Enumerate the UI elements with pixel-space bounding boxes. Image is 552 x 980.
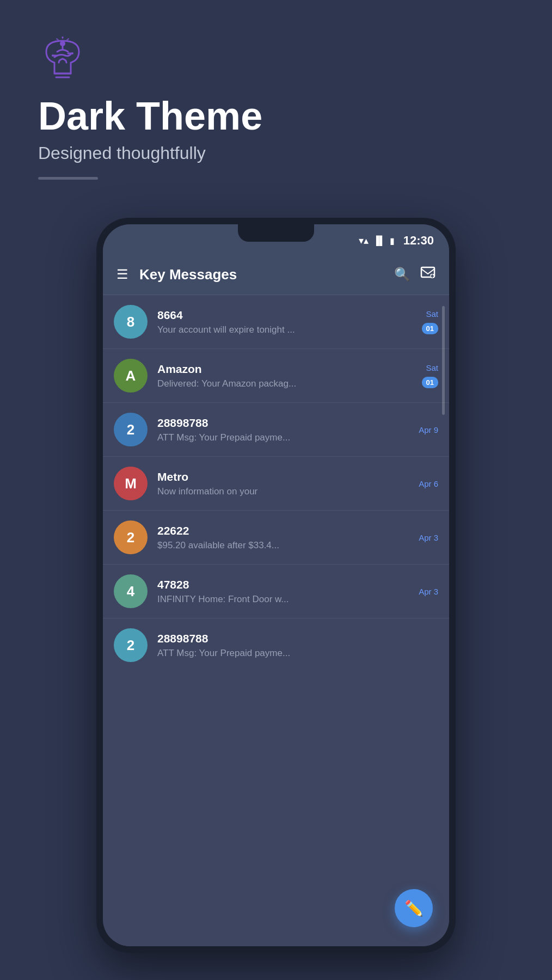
message-content: Amazon Delivered: Your Amazon packag...	[157, 363, 416, 389]
message-time: Sat	[426, 363, 438, 372]
message-time: Sat	[426, 309, 438, 318]
phone-notch	[238, 224, 314, 242]
message-sender: 28898788	[157, 632, 433, 645]
message-meta: Apr 3	[419, 587, 438, 596]
list-item[interactable]: 2 28898788 ATT Msg: Your Prepaid payme..…	[103, 403, 449, 457]
unread-badge: 01	[422, 323, 438, 334]
compose-icon[interactable]	[420, 266, 436, 283]
page-title: Dark Theme	[38, 95, 519, 138]
avatar: 8	[114, 305, 148, 339]
avatar: A	[114, 359, 148, 393]
svg-point-4	[52, 54, 54, 57]
battery-icon: ▮	[390, 236, 395, 246]
message-meta: Apr 3	[419, 533, 438, 542]
message-time: Apr 3	[419, 533, 438, 542]
avatar: 2	[114, 413, 148, 446]
message-content: 47828 INFINITY Home: Front Door w...	[157, 578, 413, 605]
edit-icon: ✏️	[404, 899, 424, 917]
message-time: Apr 6	[419, 479, 438, 488]
message-content: 28898788 ATT Msg: Your Prepaid payme...	[157, 416, 413, 443]
message-preview: Now information on your	[157, 486, 413, 497]
phone-screen: ▾▴ ▐▌ ▮ 12:30 ☰ Key Messages 🔍	[103, 224, 449, 946]
message-meta: Apr 6	[419, 479, 438, 488]
message-content: Metro Now information on your	[157, 470, 413, 497]
list-item[interactable]: 4 47828 INFINITY Home: Front Door w... A…	[103, 565, 449, 618]
svg-point-6	[71, 52, 73, 54]
app-bar: ☰ Key Messages 🔍	[103, 254, 449, 295]
message-preview: $95.20 available after $33.4...	[157, 540, 413, 551]
message-content: 8664 Your account will expire tonight ..…	[157, 309, 416, 335]
page-subtitle: Designed thoughtfully	[38, 143, 519, 163]
message-time: Apr 3	[419, 587, 438, 596]
signal-icon: ▐▌	[373, 236, 385, 246]
message-preview: Delivered: Your Amazon packag...	[157, 378, 416, 389]
message-sender: 22622	[157, 524, 413, 537]
message-sender: 8664	[157, 309, 416, 322]
divider	[38, 177, 98, 180]
avatar: 2	[114, 628, 148, 662]
phone-outer-frame: ▾▴ ▐▌ ▮ 12:30 ☰ Key Messages 🔍	[96, 218, 456, 953]
list-item[interactable]: 8 8664 Your account will expire tonight …	[103, 295, 449, 349]
message-preview: ATT Msg: Your Prepaid payme...	[157, 648, 433, 659]
message-sender: 28898788	[157, 416, 413, 430]
list-item[interactable]: 2 22622 $95.20 available after $33.4... …	[103, 511, 449, 565]
message-sender: Metro	[157, 470, 413, 483]
compose-fab-button[interactable]: ✏️	[395, 889, 433, 927]
message-time: Apr 9	[419, 425, 438, 434]
header-section: Dark Theme Designed thoughtfully	[0, 0, 552, 223]
avatar: 2	[114, 520, 148, 554]
hamburger-menu-icon[interactable]: ☰	[116, 267, 128, 282]
unread-badge: 01	[422, 377, 438, 388]
list-item[interactable]: 2 28898788 ATT Msg: Your Prepaid payme..…	[103, 618, 449, 672]
message-list: 8 8664 Your account will expire tonight …	[103, 295, 449, 946]
avatar: 4	[114, 574, 148, 608]
status-icons: ▾▴ ▐▌ ▮ 12:30	[359, 234, 434, 248]
message-content: 28898788 ATT Msg: Your Prepaid payme...	[157, 632, 433, 659]
list-item[interactable]: A Amazon Delivered: Your Amazon packag..…	[103, 349, 449, 403]
message-preview: Your account will expire tonight ...	[157, 324, 416, 335]
message-sender: 47828	[157, 578, 413, 591]
wifi-icon: ▾▴	[359, 235, 369, 247]
search-icon[interactable]: 🔍	[394, 267, 410, 282]
message-preview: INFINITY Home: Front Door w...	[157, 594, 413, 605]
app-bar-title: Key Messages	[139, 266, 384, 283]
list-item[interactable]: M Metro Now information on your Apr 6	[103, 457, 449, 511]
phone-mockup: ▾▴ ▐▌ ▮ 12:30 ☰ Key Messages 🔍	[96, 218, 456, 953]
message-meta: Apr 9	[419, 425, 438, 434]
message-sender: Amazon	[157, 363, 416, 376]
message-meta: Sat 01	[422, 309, 438, 334]
scrollbar	[442, 306, 445, 415]
status-time: 12:30	[403, 234, 434, 248]
message-meta: Sat 01	[422, 363, 438, 388]
brain-lightbulb-icon	[38, 33, 87, 82]
message-content: 22622 $95.20 available after $33.4...	[157, 524, 413, 551]
message-preview: ATT Msg: Your Prepaid payme...	[157, 432, 413, 443]
avatar: M	[114, 467, 148, 500]
